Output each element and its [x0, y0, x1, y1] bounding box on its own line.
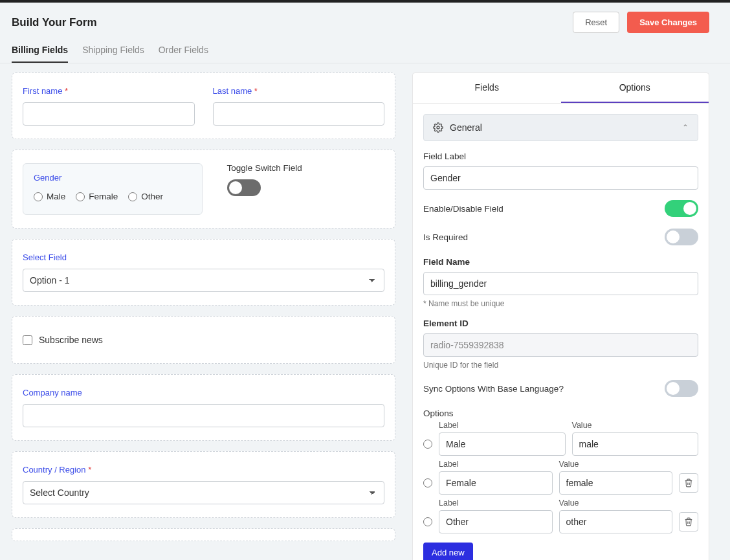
gender-field[interactable]: Gender Male Female Other — [23, 163, 203, 215]
option-label-1[interactable] — [439, 471, 553, 495]
company-input[interactable] — [23, 404, 384, 427]
required-toggle[interactable] — [665, 229, 698, 245]
select-field-label: Select Field — [23, 252, 384, 262]
select-field-card: Select Field Option - 1 — [12, 239, 395, 306]
option-value-0[interactable] — [572, 432, 699, 456]
panel-tab-options[interactable]: Options — [561, 73, 709, 103]
chevron-up-icon: ⌃ — [682, 123, 689, 132]
country-label: Country / Region * — [23, 465, 384, 475]
page-title: Build Your Form — [12, 16, 97, 29]
option-default-1[interactable] — [423, 478, 432, 487]
general-accordion[interactable]: General ⌃ — [423, 114, 698, 141]
general-label: General — [450, 122, 482, 133]
element-id-input — [423, 333, 698, 357]
add-new-button[interactable]: Add new — [423, 543, 473, 560]
last-name-input[interactable] — [213, 102, 385, 126]
option-default-2[interactable] — [423, 517, 432, 526]
name-card: First name * Last name * — [12, 73, 395, 139]
gender-female[interactable]: Female — [76, 192, 118, 201]
options-heading: Options — [423, 409, 698, 418]
last-name-label: Last name * — [213, 86, 385, 96]
country-select[interactable]: Select Country — [23, 481, 384, 504]
company-label: Company name — [23, 388, 384, 398]
toggle-switch-field[interactable] — [227, 179, 261, 196]
field-label-input[interactable] — [423, 166, 698, 190]
first-name-label: First name * — [23, 86, 195, 96]
required-label: Is Required — [423, 232, 468, 242]
panel-tab-fields[interactable]: Fields — [413, 73, 561, 103]
option-row-1: Label Value — [423, 460, 698, 495]
option-label-2[interactable] — [439, 510, 553, 533]
gender-toggle-card: Gender Male Female Other Toggle Switch F… — [12, 150, 395, 229]
field-name-lbl: Field Name — [423, 257, 698, 267]
option-row-2: Label Value — [423, 498, 698, 533]
save-button[interactable]: Save Changes — [627, 12, 709, 33]
options-panel: Fields Options General ⌃ Field Label Ena… — [412, 73, 709, 560]
toggle-switch-label: Toggle Switch Field — [227, 163, 385, 173]
sync-label: Sync Options With Base Language? — [423, 384, 564, 394]
tab-billing[interactable]: Billing Fields — [12, 45, 68, 63]
option-row-0: Label Value — [423, 421, 698, 456]
element-id-lbl: Element ID — [423, 319, 698, 328]
subscribe-card: Subscribe news — [12, 316, 395, 364]
option-label-0[interactable] — [439, 432, 566, 456]
first-name-input[interactable] — [23, 102, 195, 126]
enable-label: Enable/Disable Field — [423, 204, 503, 214]
trash-icon — [684, 517, 693, 526]
delete-option-1[interactable] — [679, 473, 698, 493]
empty-card — [12, 528, 395, 541]
select-field-input[interactable]: Option - 1 — [23, 269, 384, 292]
tab-order[interactable]: Order Fields — [159, 45, 208, 63]
gender-label: Gender — [34, 173, 192, 183]
svg-point-0 — [437, 126, 439, 129]
sync-toggle[interactable] — [665, 380, 698, 397]
option-default-0[interactable] — [423, 440, 432, 449]
gear-icon — [433, 122, 443, 133]
trash-icon — [684, 478, 693, 487]
option-value-1[interactable] — [559, 471, 673, 495]
enable-toggle[interactable] — [665, 200, 698, 217]
company-card: Company name — [12, 374, 395, 441]
option-value-2[interactable] — [559, 510, 673, 533]
element-id-hint: Unique ID for the field — [423, 361, 698, 370]
reset-button[interactable]: Reset — [573, 12, 619, 33]
tab-shipping[interactable]: Shipping Fields — [82, 45, 144, 63]
subscribe-checkbox[interactable] — [23, 335, 32, 345]
main-tabs: Billing Fields Shipping Fields Order Fie… — [0, 33, 730, 63]
delete-option-2[interactable] — [679, 512, 698, 532]
field-name-hint: * Name must be unique — [423, 299, 698, 308]
field-name-input[interactable] — [423, 272, 698, 295]
field-label-lbl: Field Label — [423, 151, 698, 161]
gender-other[interactable]: Other — [128, 192, 163, 201]
gender-male[interactable]: Male — [34, 192, 65, 201]
country-card: Country / Region * Select Country — [12, 451, 395, 518]
subscribe-label: Subscribe news — [39, 335, 103, 345]
